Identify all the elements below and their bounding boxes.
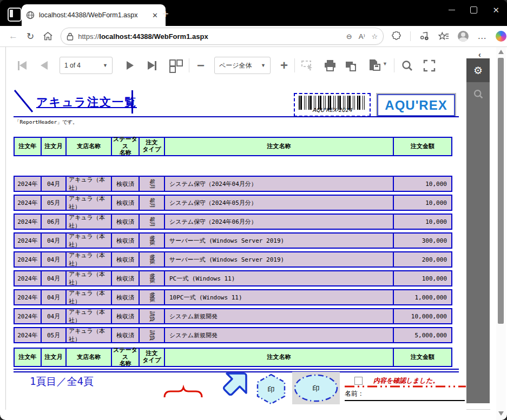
refresh-icon[interactable]: ↻: [27, 31, 34, 42]
cell-type: 物販: [139, 251, 165, 268]
browser-essentials-icon[interactable]: [419, 31, 430, 42]
home-icon[interactable]: [43, 31, 53, 41]
cell-month: 04月: [41, 176, 67, 192]
scroll-down-icon[interactable]: [498, 411, 504, 416]
table-row: 2024年05月アキュラ（本社）検収済請負システム新規開発5,000,000: [14, 327, 459, 343]
address-bar[interactable]: https://localhost:44388/WebForm1.aspx ⊖ …: [61, 28, 384, 45]
fullscreen-icon[interactable]: [423, 59, 436, 72]
header-horizontal-rule: [14, 116, 459, 117]
lock-icon[interactable]: [67, 32, 74, 41]
cell-month: 04月: [41, 289, 67, 305]
minimize-button[interactable]: [449, 10, 455, 10]
company-logo: AQU'REX: [377, 94, 455, 116]
collapse-panel-icon[interactable]: ‹: [478, 50, 481, 59]
print-layout-icon[interactable]: [345, 59, 359, 72]
col-header: 注文名称: [164, 348, 394, 367]
cell-year: 2024年: [14, 251, 42, 268]
table-row: 2024年04月アキュラ（本社）検収済物販PC一式 (Windows 11)10…: [14, 270, 459, 286]
read-aloud-icon[interactable]: A⁾: [359, 32, 365, 41]
cell-name: PC一式 (Windows 11): [164, 270, 394, 286]
stamp-label: 印: [268, 385, 275, 394]
cell-status: 検収済: [111, 232, 140, 249]
table-body: 2024年04月アキュラ（本社）検収済毎月システム保守（2024年04月分）10…: [14, 176, 459, 346]
cell-status: 検収済: [111, 289, 140, 305]
cell-type: 物販: [139, 232, 165, 249]
extensions-icon[interactable]: [391, 31, 401, 42]
export-icon[interactable]: ▼: [368, 59, 387, 72]
stamp-label: 印: [313, 384, 320, 392]
new-tab-button[interactable]: +: [162, 9, 169, 19]
zoom-out-icon[interactable]: −: [197, 60, 205, 71]
tab-actions-icon[interactable]: [8, 8, 22, 22]
browser-tab[interactable]: localhost:44388/WebForm1.aspx ✕: [22, 4, 166, 26]
cell-name: サーバー一式 (Windows Server 2019): [164, 232, 394, 249]
report-header-note: 「ReportHeader」です。: [15, 119, 78, 126]
cell-type: 毎月: [139, 195, 165, 211]
cell-month: 06月: [41, 214, 67, 230]
cell-branch: アキュラ（本社）: [65, 251, 112, 268]
logo-text: AQU'REX: [385, 98, 447, 113]
table-row: 2024年04月アキュラ（本社）検収済毎月システム保守（2024年04月分）10…: [14, 176, 459, 192]
selection-tool-icon[interactable]: [301, 59, 315, 71]
back-icon[interactable]: ←: [9, 31, 18, 42]
last-page-icon[interactable]: [148, 61, 156, 70]
cell-status: 検収済: [111, 176, 140, 192]
print-icon[interactable]: [324, 59, 337, 72]
previous-page-icon[interactable]: [41, 61, 48, 70]
cell-year: 2024年: [14, 195, 42, 211]
cell-year: 2024年: [14, 289, 42, 305]
cell-branch: アキュラ（本社）: [65, 214, 112, 230]
cell-name: 10PC一式 (Windows 11): [164, 289, 394, 305]
favorites-bar-icon[interactable]: [438, 31, 449, 42]
more-icon[interactable]: …: [477, 31, 487, 42]
cell-amount: 5,000,000: [393, 327, 452, 343]
toolbar-divider: [410, 31, 411, 41]
next-page-icon[interactable]: [127, 61, 134, 70]
close-button[interactable]: ✕: [492, 7, 499, 13]
scrollbar[interactable]: [496, 47, 506, 420]
cell-amount: 10,000: [393, 176, 452, 192]
cell-branch: アキュラ（本社）: [65, 270, 112, 286]
profile-avatar[interactable]: [458, 31, 469, 42]
zoom-select[interactable]: ページ全体 ▼: [214, 57, 271, 74]
tab-close-icon[interactable]: ✕: [149, 11, 161, 19]
red-brace-shape: [162, 382, 206, 398]
zoom-in-icon[interactable]: +: [280, 60, 288, 71]
viewer-side-panel: ⚙: [466, 58, 490, 403]
cell-amount: 300,000: [393, 232, 452, 249]
copilot-icon[interactable]: [496, 31, 506, 42]
first-page-icon[interactable]: [18, 61, 27, 70]
favorite-star-icon[interactable]: ☆: [372, 32, 378, 41]
url-text[interactable]: https://localhost:44388/WebForm1.aspx: [78, 32, 340, 41]
table-row: 2024年04月アキュラ（本社）検収済請負システム新規開発10,000,000: [14, 308, 459, 324]
arrow-up-right-shape: [210, 371, 249, 406]
multipage-view-icon[interactable]: [169, 59, 182, 71]
cell-year: 2024年: [14, 214, 42, 230]
panel-search-icon[interactable]: [466, 82, 490, 106]
browser-toolbar: ← ↻ https://localhost:44388/WebForm1.asp…: [0, 26, 507, 47]
chevron-down-icon: ▼: [103, 63, 108, 68]
tab-title: localhost:44388/WebForm1.aspx: [39, 11, 149, 19]
cell-branch: アキュラ（本社）: [65, 232, 112, 249]
col-header: 注文月: [41, 137, 67, 156]
col-header: 注文 タイプ: [139, 348, 165, 367]
cell-type: 請負: [139, 327, 165, 343]
confirm-checkbox[interactable]: [354, 377, 363, 385]
col-header: 支店名称: [65, 137, 112, 156]
cell-amount: 10,000,000: [393, 308, 452, 324]
parameters-gear-icon[interactable]: ⚙: [466, 58, 490, 82]
zoom-select-value: ページ全体: [219, 61, 253, 70]
cell-branch: アキュラ（本社）: [65, 195, 112, 211]
col-header: 注文 タイプ: [139, 137, 165, 156]
maximize-button[interactable]: [470, 6, 477, 14]
scrollbar-thumb[interactable]: [498, 58, 504, 324]
col-header: 注文月: [41, 348, 67, 367]
page-select[interactable]: 1 of 4 ▼: [60, 57, 113, 74]
page-content: 1 of 4 ▼ − ページ全体 ▼ + ▼: [0, 47, 507, 420]
scroll-up-icon[interactable]: [498, 50, 504, 54]
report-viewer-toolbar: 1 of 4 ▼ − ページ全体 ▼ + ▼: [6, 51, 463, 79]
zoom-out-page-icon[interactable]: ⊖: [346, 32, 352, 41]
barcode: AQU'REX-2024: [294, 93, 371, 117]
cell-amount: 100,000: [393, 270, 452, 286]
search-icon[interactable]: [401, 59, 413, 72]
